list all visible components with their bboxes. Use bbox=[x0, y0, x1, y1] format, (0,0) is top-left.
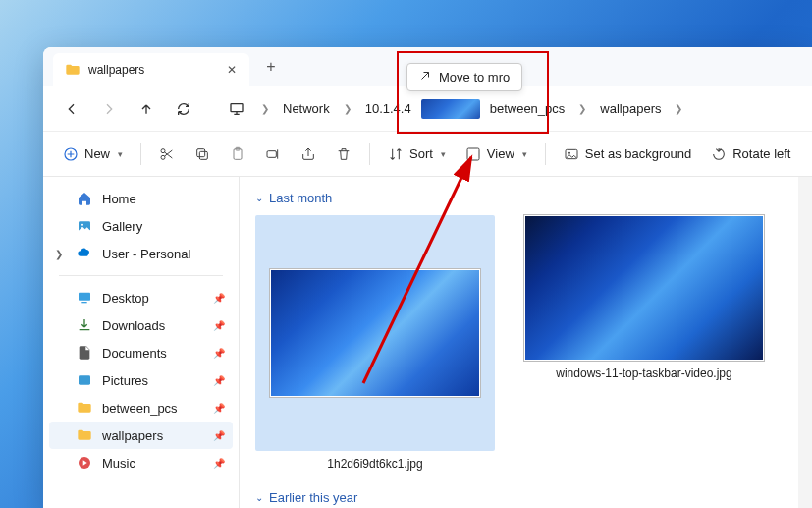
plus-circle-icon bbox=[63, 146, 79, 162]
svg-rect-9 bbox=[467, 148, 479, 160]
desktop-icon bbox=[77, 290, 92, 306]
sidebar-item-gallery[interactable]: Gallery bbox=[49, 212, 233, 240]
group-label: Earlier this year bbox=[269, 490, 357, 505]
breadcrumb-drag-thumb bbox=[421, 99, 480, 119]
forward-button[interactable] bbox=[92, 93, 126, 125]
separator bbox=[59, 275, 223, 276]
svg-point-3 bbox=[161, 155, 165, 159]
svg-rect-4 bbox=[199, 151, 207, 159]
chevron-right-icon: ❯ bbox=[574, 103, 590, 114]
thumbnail-image bbox=[270, 269, 480, 397]
sidebar-label: Gallery bbox=[102, 219, 142, 234]
tab-title: wallpapers bbox=[88, 63, 216, 77]
share-icon bbox=[300, 146, 316, 162]
sidebar: Home Gallery ❯ User - Personal Desktop 📌… bbox=[43, 177, 240, 508]
scissors-icon bbox=[159, 146, 175, 162]
back-button[interactable] bbox=[55, 93, 88, 125]
svg-rect-15 bbox=[79, 375, 90, 384]
picture-icon bbox=[564, 146, 579, 162]
view-button[interactable]: View ▾ bbox=[458, 141, 535, 168]
monitor-icon[interactable] bbox=[220, 93, 253, 125]
content-area: ⌄ Last month 1h2d6i9dt6kc1.jpg windows-1… bbox=[240, 177, 812, 508]
pictures-icon bbox=[77, 372, 92, 388]
chevron-right-icon: ❯ bbox=[257, 103, 273, 114]
tab-close-button[interactable]: ✕ bbox=[224, 63, 240, 77]
new-button[interactable]: New ▾ bbox=[55, 141, 131, 168]
sidebar-label: Pictures bbox=[102, 373, 148, 388]
sort-button[interactable]: Sort ▾ bbox=[380, 141, 454, 168]
rotate-left-label: Rotate left bbox=[732, 146, 790, 161]
trash-icon bbox=[336, 146, 352, 162]
sidebar-item-pictures[interactable]: Pictures 📌 bbox=[49, 367, 233, 394]
sidebar-label: Music bbox=[102, 456, 135, 471]
sidebar-item-user[interactable]: ❯ User - Personal bbox=[49, 240, 233, 267]
chevron-down-icon: ▾ bbox=[441, 149, 446, 159]
group-header-earlier-this-year[interactable]: ⌄ Earlier this year bbox=[255, 490, 796, 505]
sidebar-item-home[interactable]: Home bbox=[49, 185, 233, 212]
sidebar-label: User - Personal bbox=[102, 247, 190, 261]
view-icon bbox=[465, 146, 481, 162]
svg-rect-8 bbox=[267, 150, 276, 157]
separator bbox=[140, 143, 141, 165]
svg-rect-14 bbox=[79, 293, 90, 301]
scrollbar[interactable] bbox=[798, 177, 812, 508]
refresh-button[interactable] bbox=[167, 93, 200, 125]
onedrive-icon bbox=[77, 246, 92, 261]
sidebar-label: Desktop bbox=[102, 291, 149, 306]
chevron-down-icon: ⌄ bbox=[255, 492, 263, 503]
copy-button[interactable] bbox=[187, 141, 218, 168]
breadcrumb-ip[interactable]: 10.1.4.4 bbox=[359, 97, 417, 120]
folder-icon bbox=[77, 427, 92, 443]
navbar: ❯ Network ❯ 10.1.4.4 between_pcs ❯ wallp… bbox=[43, 86, 812, 132]
sort-icon bbox=[388, 146, 404, 162]
file-item-1[interactable]: 1h2d6i9dt6kc1.jpg bbox=[255, 215, 495, 471]
sidebar-label: Home bbox=[102, 192, 136, 206]
svg-point-2 bbox=[161, 148, 165, 152]
set-background-button[interactable]: Set as background bbox=[556, 141, 699, 168]
group-header-last-month[interactable]: ⌄ Last month bbox=[255, 191, 796, 205]
file-item-2[interactable]: windows-11-top-taskbar-video.jpg bbox=[524, 215, 764, 471]
rename-button[interactable] bbox=[257, 141, 289, 168]
copy-icon bbox=[194, 146, 210, 162]
downloads-icon bbox=[77, 317, 92, 333]
rotate-left-icon bbox=[711, 146, 727, 162]
sidebar-item-music[interactable]: Music 📌 bbox=[49, 449, 233, 477]
music-icon bbox=[77, 455, 92, 471]
thumbnail-frame bbox=[524, 215, 764, 361]
body: Home Gallery ❯ User - Personal Desktop 📌… bbox=[43, 177, 812, 508]
gallery-icon bbox=[77, 218, 92, 234]
thumbnail-image bbox=[524, 215, 764, 361]
tab-wallpapers[interactable]: wallpapers ✕ bbox=[53, 53, 249, 87]
sidebar-label: Documents bbox=[102, 346, 167, 361]
sidebar-item-wallpapers[interactable]: wallpapers 📌 bbox=[49, 422, 233, 449]
drag-tooltip-text: Move to mro bbox=[439, 70, 510, 85]
pin-icon: 📌 bbox=[213, 320, 225, 331]
file-name: windows-11-top-taskbar-video.jpg bbox=[556, 367, 731, 380]
breadcrumb-wallpapers[interactable]: wallpapers bbox=[594, 97, 667, 120]
cut-button[interactable] bbox=[151, 141, 183, 168]
chevron-down-icon: ⌄ bbox=[255, 193, 263, 203]
sidebar-item-desktop[interactable]: Desktop 📌 bbox=[49, 284, 233, 311]
chevron-right-icon: ❯ bbox=[671, 103, 686, 114]
sidebar-label: between_pcs bbox=[102, 401, 178, 416]
paste-button[interactable] bbox=[222, 141, 253, 168]
svg-rect-5 bbox=[197, 148, 205, 156]
breadcrumb-between-pcs[interactable]: between_pcs bbox=[484, 97, 571, 120]
new-label: New bbox=[84, 146, 110, 161]
sidebar-item-downloads[interactable]: Downloads 📌 bbox=[49, 311, 233, 339]
new-tab-button[interactable]: + bbox=[261, 58, 281, 76]
chevron-down-icon: ▾ bbox=[118, 149, 123, 159]
pin-icon: 📌 bbox=[213, 403, 225, 414]
separator bbox=[545, 143, 546, 165]
toolbar: New ▾ Sort ▾ View ▾ Set as background Ro… bbox=[43, 132, 812, 177]
breadcrumb-network[interactable]: Network bbox=[277, 97, 336, 120]
sidebar-item-documents[interactable]: Documents 📌 bbox=[49, 339, 233, 367]
sidebar-item-between-pcs[interactable]: between_pcs 📌 bbox=[49, 394, 233, 422]
chevron-right-icon: ❯ bbox=[340, 103, 355, 114]
delete-button[interactable] bbox=[328, 141, 359, 168]
share-button[interactable] bbox=[293, 141, 324, 168]
folder-icon bbox=[77, 400, 92, 416]
rotate-left-button[interactable]: Rotate left bbox=[703, 141, 798, 168]
chevron-right-icon[interactable]: ❯ bbox=[55, 249, 63, 259]
up-button[interactable] bbox=[130, 93, 163, 125]
